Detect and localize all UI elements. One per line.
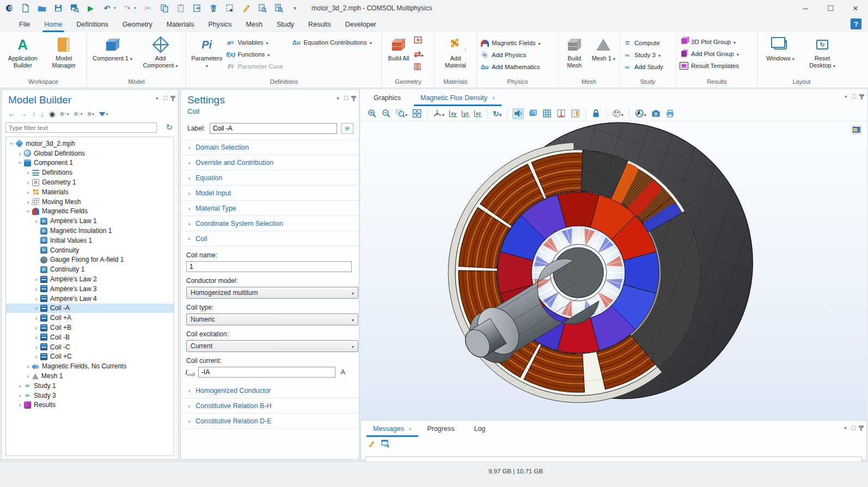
help-button[interactable]: ?: [851, 19, 861, 29]
tree-expander-icon[interactable]: [25, 179, 32, 186]
tree-item[interactable]: Magnetic Fields: [6, 207, 174, 217]
tree-expander-icon[interactable]: [25, 189, 32, 195]
float-panel-icon[interactable]: ☐: [851, 425, 856, 431]
tree-item[interactable]: Ampère's Law 4: [6, 294, 174, 304]
clear-messages-icon[interactable]: [368, 440, 376, 450]
close-tab-icon[interactable]: ×: [492, 95, 495, 101]
tree-item[interactable]: Moving Mesh: [6, 197, 174, 207]
forward-icon[interactable]: →: [20, 110, 27, 118]
graphics-tab[interactable]: Magnetic Flux Density×: [413, 89, 503, 106]
default-view-icon[interactable]: [556, 108, 566, 119]
tree-item[interactable]: Study 3: [6, 391, 174, 400]
menu-tab[interactable]: Physics: [201, 16, 239, 32]
chevron-down-icon[interactable]: ▾: [845, 94, 847, 100]
close-tab-icon[interactable]: ×: [408, 426, 412, 432]
tree-item[interactable]: Gauge Fixing for A-field 1: [6, 255, 174, 265]
rename-node-button[interactable]: [341, 123, 353, 134]
settings-section-header-coil[interactable]: Coil: [181, 231, 359, 246]
tree-expander-icon[interactable]: [33, 286, 40, 292]
settings-section-header[interactable]: Model Input: [181, 186, 359, 201]
zoom-in-icon[interactable]: [367, 108, 377, 119]
add-material-button[interactable]: Add Material: [439, 35, 472, 69]
parameters-button[interactable]: Pi Parameters: [190, 35, 224, 70]
tree-expander-icon[interactable]: [33, 218, 40, 224]
settings-section-header[interactable]: Homogenized Conductor: [181, 383, 359, 398]
rotate-icon[interactable]: ↻: [492, 108, 502, 119]
coil-current-input[interactable]: [198, 367, 335, 378]
tree-item[interactable]: Magnetic Fields, No Currents: [6, 361, 174, 371]
go-to-view-icon[interactable]: [432, 108, 445, 119]
tree-item[interactable]: Results: [6, 400, 174, 410]
chevron-down-icon[interactable]: ▾: [156, 95, 158, 101]
settings-section-header[interactable]: Equation: [181, 170, 359, 186]
view-yz-icon[interactable]: yz: [461, 108, 470, 119]
settings-section-header[interactable]: Domain Selection: [181, 140, 359, 155]
tree-item[interactable]: Geometry 1: [6, 177, 174, 187]
maximize-button[interactable]: ☐: [818, 0, 843, 16]
color-legend-icon[interactable]: [570, 108, 580, 119]
copy-icon[interactable]: [160, 4, 169, 13]
tree-expander-icon[interactable]: [33, 344, 40, 350]
tree-expander-icon[interactable]: [25, 199, 32, 205]
conductor-model-select[interactable]: Homogenized multiturn: [186, 287, 358, 299]
new-file-icon[interactable]: [21, 4, 30, 13]
tree-expander-icon[interactable]: [16, 392, 23, 399]
save-icon[interactable]: [53, 4, 63, 13]
view-xy-icon[interactable]: xy: [449, 108, 457, 119]
tree-item[interactable]: Coil -A: [6, 304, 174, 313]
settings-section-header[interactable]: Override and Contribution: [181, 155, 359, 170]
variables-button[interactable]: a=Variables: [226, 38, 290, 47]
snapshot-icon[interactable]: [651, 108, 661, 119]
tree-item[interactable]: Continuity: [6, 245, 174, 255]
add-plot-group-button[interactable]: Add Plot Group: [680, 49, 739, 59]
3d-plot-group-button[interactable]: 3D Plot Group: [680, 37, 739, 47]
settings-section-header[interactable]: Coordinate System Selection: [181, 216, 359, 231]
tree-item[interactable]: Coil +C: [6, 352, 174, 362]
tree-item[interactable]: motor_3d_2.mph: [6, 139, 174, 149]
mesh-1-button[interactable]: Mesh 1: [591, 35, 616, 63]
add-physics-button[interactable]: Add Physics: [480, 50, 541, 60]
clear-brush-icon[interactable]: [241, 4, 250, 13]
scene-light-icon[interactable]: [512, 108, 524, 119]
menu-tab[interactable]: Geometry: [115, 16, 160, 32]
tree-expander-icon[interactable]: [25, 169, 32, 176]
tree-item[interactable]: Global Definitions: [6, 149, 174, 158]
tree-item[interactable]: Component 1: [6, 158, 174, 168]
messages-tab[interactable]: Log: [466, 421, 497, 437]
tree-expander-icon[interactable]: [25, 363, 32, 369]
tree-item[interactable]: Materials: [6, 187, 174, 197]
tree-item[interactable]: Continuity 1: [6, 264, 174, 274]
find-replace-icon[interactable]: [274, 4, 283, 13]
plot-thumbnail-icon[interactable]: [852, 126, 861, 134]
tree-expander-icon[interactable]: [16, 150, 23, 157]
build-all-button[interactable]: Build All: [386, 35, 412, 62]
undo-caret-icon[interactable]: ▾: [114, 6, 116, 10]
scene-settings-icon[interactable]: [634, 108, 647, 119]
collapse-all-icon[interactable]: ≡↓▾: [74, 110, 82, 118]
insert-sequence-icon[interactable]: [414, 36, 423, 46]
show-icon[interactable]: ◉: [49, 110, 55, 118]
float-panel-icon[interactable]: ☐: [344, 95, 349, 101]
tree-item[interactable]: Study 1: [6, 381, 174, 391]
tree-expander-icon[interactable]: [16, 159, 23, 166]
tree-expander-icon[interactable]: [33, 324, 40, 331]
coil-type-select[interactable]: Numeric: [186, 313, 358, 325]
windows-button[interactable]: Windows: [764, 35, 797, 63]
select-box-icon[interactable]: [225, 4, 234, 13]
tree-item[interactable]: Initial Values 1: [6, 236, 174, 245]
expand-all-icon[interactable]: ≡↑▾: [60, 110, 69, 118]
coil-name-input[interactable]: [186, 261, 352, 272]
component-1-button[interactable]: Component 1: [93, 35, 133, 63]
tree-item[interactable]: Coil +A: [6, 313, 174, 323]
menu-tab[interactable]: Study: [270, 16, 301, 32]
chevron-down-icon[interactable]: ▾: [337, 95, 339, 101]
tree-item[interactable]: Magnetic Insulation 1: [6, 226, 174, 236]
move-down-icon[interactable]: ↓: [41, 110, 45, 118]
qat-customize-icon[interactable]: ▾: [290, 4, 299, 13]
tree-expander-icon[interactable]: [16, 402, 23, 408]
minimize-button[interactable]: ─: [793, 0, 818, 16]
compute-button[interactable]: =Compute: [623, 38, 663, 48]
menu-tab[interactable]: Results: [301, 16, 338, 32]
tree-expander-icon[interactable]: [33, 353, 40, 360]
magnetic-fields-button[interactable]: Magnetic Fields: [480, 38, 541, 48]
